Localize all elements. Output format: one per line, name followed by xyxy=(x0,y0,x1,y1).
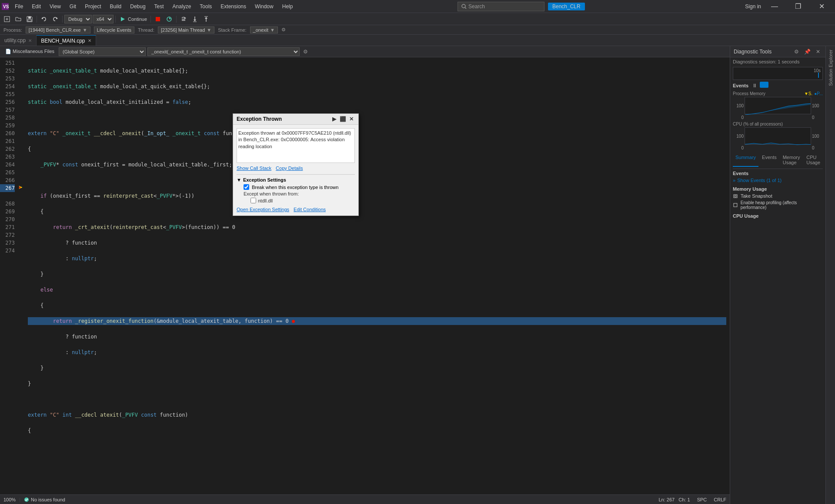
sign-in[interactable]: Sign in xyxy=(745,3,761,10)
menu-analyze[interactable]: Analyze xyxy=(168,0,196,13)
tab-summary[interactable]: Summary xyxy=(733,154,758,167)
close-button[interactable]: ✕ xyxy=(812,0,832,13)
menu-file[interactable]: File xyxy=(10,0,27,13)
undo-btn[interactable] xyxy=(39,15,49,23)
continue-label: Continue xyxy=(128,17,147,22)
thread-arrow: ▼ xyxy=(207,27,211,33)
menu-tools[interactable]: Tools xyxy=(195,0,216,13)
code-area[interactable]: 2512522532542552562572582592602612622632… xyxy=(0,57,730,494)
copy-details-link[interactable]: Copy Details xyxy=(276,166,303,171)
tab-bench-main[interactable]: BENCH_MAIN.cpp ✕ xyxy=(37,35,96,46)
diagnostic-tools-panel: Diagnostic Tools ⚙ 📌 ✕ Diagnostics sessi… xyxy=(730,46,825,504)
exception-message: Exception thrown at 0x00007FF97C5AE210 (… xyxy=(238,130,353,150)
restore-button[interactable]: ❐ xyxy=(788,0,808,13)
step-over-btn[interactable] xyxy=(178,15,189,23)
frame-arrow: ▼ xyxy=(270,27,275,33)
memory-usage-section: Memory Usage xyxy=(733,186,823,192)
svg-text:VS: VS xyxy=(3,4,9,9)
diag-title: Diagnostic Tools xyxy=(734,49,772,55)
titlebar-right: Sign in — ❐ ✕ xyxy=(745,0,835,13)
editor-settings-btn[interactable]: ⚙ xyxy=(301,48,310,56)
tab-utility-close[interactable]: ✕ xyxy=(28,38,32,43)
step-out-btn[interactable] xyxy=(201,15,211,23)
check-icon xyxy=(24,497,29,502)
take-snapshot-btn[interactable]: Take Snapshot xyxy=(733,193,823,199)
exc-stop-btn[interactable]: ⬛ xyxy=(339,116,346,123)
mem-high: 100 xyxy=(733,103,744,108)
events-pause-btn[interactable]: ⏸ xyxy=(750,82,759,90)
svg-point-26 xyxy=(735,196,736,197)
menu-git[interactable]: Git xyxy=(65,0,80,13)
open-exception-link[interactable]: Open Exception Settings xyxy=(237,207,289,212)
open-btn[interactable] xyxy=(13,15,23,23)
tab-events[interactable]: Events xyxy=(759,154,779,167)
config-dropdown[interactable]: Debug xyxy=(64,15,92,23)
thread-dropdown[interactable]: [23256] Main Thread ▼ xyxy=(158,27,214,33)
menu-project[interactable]: Project xyxy=(80,0,105,13)
menu-help[interactable]: Help xyxy=(278,0,297,13)
solution-explorer-tab[interactable]: Solution Explorer xyxy=(826,46,835,90)
menu-debug[interactable]: Debug xyxy=(126,0,150,13)
lifecycle-label[interactable]: Lifecycle Events xyxy=(94,27,134,33)
code-editor[interactable]: static _onexit_table_t module_local_atex… xyxy=(24,57,730,494)
search-bar[interactable]: Search xyxy=(458,2,544,11)
platform-dropdown[interactable]: x64 xyxy=(93,15,114,23)
diag-settings-btn[interactable]: ⚙ xyxy=(792,48,801,56)
continue-btn[interactable]: Continue xyxy=(117,15,149,23)
exc-break-checkbox[interactable]: Break when this exception type is thrown xyxy=(244,184,355,190)
exc-dll-input[interactable] xyxy=(250,198,256,203)
session-label: Diagnostics session: 1 seconds xyxy=(733,59,823,64)
stop-btn[interactable] xyxy=(153,15,163,23)
function-selector[interactable]: _onexit(_onexit_t _onexit_t const functi… xyxy=(147,47,300,56)
diag-close-btn[interactable]: ✕ xyxy=(814,48,822,56)
mem-low: 0 xyxy=(733,115,744,120)
svg-rect-8 xyxy=(28,20,31,21)
tabbar: utility.cpp ✕ BENCH_MAIN.cpp ✕ xyxy=(0,35,835,46)
redo-btn[interactable] xyxy=(50,15,60,23)
search-placeholder: Search xyxy=(468,3,485,10)
tab-utility-cpp[interactable]: utility.cpp ✕ xyxy=(0,35,37,46)
exc-play-btn[interactable]: ▶ xyxy=(331,116,337,123)
tab-memory-usage[interactable]: Memory Usage xyxy=(780,154,803,167)
cpu-usage-section: CPU Usage xyxy=(733,213,823,219)
snapshot-icon xyxy=(733,193,738,199)
frame-dropdown[interactable]: _onexit ▼ xyxy=(250,27,278,33)
step-into-btn[interactable] xyxy=(190,15,200,23)
exc-dll-checkbox[interactable]: ntdll.dll xyxy=(250,198,355,203)
tab-bench-close[interactable]: ✕ xyxy=(88,38,91,43)
show-call-stack-link[interactable]: Show Call Stack xyxy=(237,166,271,171)
editor-toolbar: 📄 Miscellaneous Files (Global Scope) _on… xyxy=(0,46,730,57)
restart-btn[interactable] xyxy=(164,15,174,23)
menu-view[interactable]: View xyxy=(45,0,65,13)
menu-edit[interactable]: Edit xyxy=(27,0,45,13)
app-title: Bench_CLR xyxy=(548,3,585,10)
scope-selector[interactable]: (Global Scope) xyxy=(59,47,146,56)
show-events-btn[interactable]: » Show Events (1 of 1) xyxy=(733,178,823,183)
new-project-btn[interactable] xyxy=(2,15,12,23)
save-btn[interactable] xyxy=(24,15,35,23)
exception-dialog: Exception Thrown ▶ ⬛ ✕ Exception thrown … xyxy=(233,113,359,216)
spacer: | xyxy=(19,497,20,502)
menu-extensions[interactable]: Extensions xyxy=(216,0,250,13)
mem-high2: 100 xyxy=(812,103,823,108)
scope-indicator: 📄 Miscellaneous Files xyxy=(3,49,57,54)
menu-test[interactable]: Test xyxy=(150,0,168,13)
frame-label: Stack Frame: xyxy=(218,27,246,33)
menu-window[interactable]: Window xyxy=(250,0,278,13)
process-dropdown[interactable]: [19440] Bench_CLR.exe ▼ xyxy=(26,27,90,33)
mem-title: Process Memory xyxy=(733,91,765,96)
infobar-icon[interactable]: ⚙ xyxy=(281,27,286,33)
heap-profiling-btn[interactable]: Enable heap profiling (affects performan… xyxy=(733,200,823,210)
zoom-level[interactable]: 100% xyxy=(3,497,16,502)
gutter: ➤ ● xyxy=(17,57,24,494)
tab-cpu-usage[interactable]: CPU Usage xyxy=(804,154,823,167)
menu-build[interactable]: Build xyxy=(106,0,126,13)
minimize-button[interactable]: — xyxy=(765,0,785,13)
exc-settings-title[interactable]: ▼ Exception Settings xyxy=(237,177,355,182)
vs-logo: VS xyxy=(2,3,9,10)
no-issues: No issues found xyxy=(24,497,65,502)
exc-break-input[interactable] xyxy=(244,184,249,190)
diag-pin-btn[interactable]: 📌 xyxy=(802,48,812,56)
edit-conditions-link[interactable]: Edit Conditions xyxy=(294,207,326,212)
exc-close-btn[interactable]: ✕ xyxy=(348,116,355,123)
